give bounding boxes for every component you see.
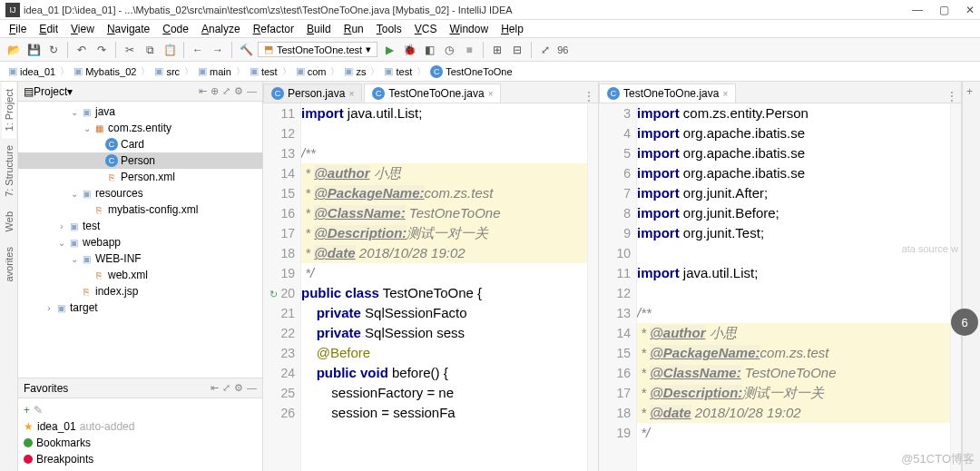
add-panel-icon[interactable]: + — [963, 82, 980, 102]
code-left[interactable]: import java.util.List; /** * @author 小思 … — [301, 103, 587, 471]
hide-icon[interactable]: — — [247, 85, 257, 97]
expand-icon[interactable]: ⤢ — [222, 85, 230, 97]
breadcrumb-item[interactable]: CTestOneToOne — [427, 65, 514, 78]
collapse-icon[interactable]: ⇤ — [199, 85, 207, 97]
hide-icon[interactable]: — — [247, 382, 257, 394]
menu-help[interactable]: Help — [495, 21, 529, 37]
tree-node[interactable]: ›▣test — [18, 218, 262, 234]
close-tab-icon[interactable]: × — [348, 89, 354, 99]
favorite-item[interactable]: Bookmarks — [24, 435, 257, 451]
editor-right: CTestOneToOne.java×⋮ 3456789101112131415… — [599, 82, 962, 471]
marker-bar-right[interactable] — [950, 103, 961, 471]
tree-node[interactable]: ⌄▦com.zs.entity — [18, 120, 262, 136]
tree-node[interactable]: ⎘index.jsp — [18, 283, 262, 299]
copy-icon[interactable]: ⧉ — [142, 42, 158, 58]
tool-tab-web[interactable]: Web — [2, 204, 16, 239]
project-panel-title: Project — [34, 85, 67, 98]
project-tree[interactable]: ⌄▣java⌄▦com.zs.entityCCardCPerson⎘Person… — [18, 102, 262, 378]
chevron-down-icon[interactable]: ▾ — [67, 85, 73, 98]
menu-file[interactable]: File — [4, 21, 32, 37]
menu-edit[interactable]: Edit — [34, 21, 64, 37]
sync-icon[interactable]: ↻ — [45, 42, 62, 58]
gear-icon[interactable]: ⚙ — [234, 85, 243, 97]
menu-analyze[interactable]: Analyze — [196, 21, 246, 37]
breadcrumb-item[interactable]: ▣idea_01 — [5, 65, 58, 77]
favorite-item[interactable]: ★idea_01auto-added — [24, 418, 257, 435]
more-icon[interactable]: ⋮ — [583, 90, 594, 103]
expand-icon[interactable]: ⤢ — [537, 42, 554, 58]
tree-node[interactable]: ⌄▣WEB-INF — [18, 250, 262, 267]
run-icon[interactable]: ▶ — [381, 42, 397, 58]
notification-badge[interactable]: 6 — [951, 309, 978, 336]
tool-tab-favorites[interactable]: avorites — [2, 240, 16, 289]
tree-node[interactable]: CPerson — [18, 152, 262, 169]
menubar: FileEditViewNavigateCodeAnalyzeRefactorB… — [0, 20, 980, 38]
breadcrumb-item[interactable]: ▣zs — [341, 65, 368, 77]
menu-build[interactable]: Build — [301, 21, 337, 37]
breadcrumb-item[interactable]: ▣test — [381, 65, 415, 77]
save-icon[interactable]: 💾 — [25, 42, 42, 58]
undo-icon[interactable]: ↶ — [74, 42, 90, 58]
tree-node[interactable]: ⎘web.xml — [18, 267, 262, 283]
tree-node[interactable]: ›▣target — [18, 299, 262, 316]
edit-icon[interactable]: ✎ — [34, 404, 43, 417]
tree-node[interactable]: ⌄▣resources — [18, 185, 262, 201]
tree-node[interactable]: ⎘mybatis-config.xml — [18, 201, 262, 218]
layout-icon[interactable]: ⊟ — [509, 42, 525, 58]
menu-view[interactable]: View — [65, 21, 100, 37]
minimize-icon[interactable]: — — [912, 4, 923, 16]
maximize-icon[interactable]: ▢ — [939, 4, 949, 16]
redo-icon[interactable]: ↷ — [93, 42, 110, 58]
coverage-icon[interactable]: ◧ — [421, 42, 437, 58]
gear-icon[interactable]: ⚙ — [234, 382, 243, 394]
profile-icon[interactable]: ◷ — [441, 42, 457, 58]
favorite-item[interactable]: Breakpoints — [24, 451, 257, 467]
editor-tab[interactable]: CPerson.java× — [263, 83, 362, 103]
menu-vcs[interactable]: VCS — [409, 21, 443, 37]
breadcrumb-item[interactable]: ▣test — [247, 65, 280, 77]
menu-navigate[interactable]: Navigate — [102, 21, 155, 37]
gutter-right[interactable]: 345678910111213141516171819 — [599, 103, 637, 471]
forward-icon[interactable]: → — [210, 42, 226, 58]
breadcrumb-item[interactable]: ▣main — [195, 65, 234, 77]
target-icon[interactable]: ⊕ — [211, 85, 219, 97]
paste-icon[interactable]: 📋 — [162, 42, 178, 58]
close-tab-icon[interactable]: × — [488, 89, 494, 99]
tool-tab-structure[interactable]: 7: Structure — [2, 138, 16, 204]
structure-icon[interactable]: ⊞ — [489, 42, 505, 58]
menu-refactor[interactable]: Refactor — [248, 21, 299, 37]
cut-icon[interactable]: ✂ — [122, 42, 138, 58]
open-icon[interactable]: 📂 — [5, 42, 22, 58]
back-icon[interactable]: ← — [190, 42, 206, 58]
collapse-icon[interactable]: ⇤ — [211, 382, 219, 394]
menu-run[interactable]: Run — [338, 21, 369, 37]
tree-node[interactable]: ⎘Person.xml — [18, 169, 262, 185]
close-tab-icon[interactable]: × — [722, 89, 728, 99]
tree-node[interactable]: CCard — [18, 136, 262, 152]
editor-left: CPerson.java×CTestOneToOne.java×⋮ 111213… — [263, 82, 599, 471]
more-icon[interactable]: ⋮ — [946, 90, 957, 103]
run-config-selector[interactable]: ⬒ TestOneToOne.test ▾ — [258, 42, 377, 57]
breadcrumb-item[interactable]: ▣Mybatis_02 — [71, 65, 139, 77]
debug-icon[interactable]: 🐞 — [401, 42, 417, 58]
right-tool-strip: + — [962, 82, 980, 471]
menu-tools[interactable]: Tools — [371, 21, 407, 37]
add-icon[interactable]: + — [24, 404, 30, 417]
breadcrumb-item[interactable]: ▣src — [152, 65, 182, 77]
tree-node[interactable]: ⌄▣java — [18, 103, 262, 120]
expand-icon[interactable]: ⤢ — [222, 382, 230, 394]
tool-tab-project[interactable]: 1: Project — [2, 82, 16, 138]
stop-icon[interactable]: ■ — [461, 42, 477, 58]
editor-tab[interactable]: CTestOneToOne.java× — [599, 83, 736, 103]
menu-window[interactable]: Window — [444, 21, 494, 37]
marker-bar-left[interactable] — [587, 103, 598, 471]
gutter-left[interactable]: 111213141516171819↻ 20212223242526 — [263, 103, 301, 471]
menu-code[interactable]: Code — [157, 21, 194, 37]
close-icon[interactable]: ✕ — [965, 4, 975, 16]
breadcrumb-item[interactable]: ▣com — [293, 65, 329, 77]
tree-node[interactable]: ⌄▣webapp — [18, 234, 262, 250]
build-icon[interactable]: 🔨 — [238, 42, 254, 58]
project-panel-icon: ▤ — [24, 85, 34, 98]
code-right[interactable]: import com.zs.entity.Personimport org.ap… — [637, 103, 950, 471]
editor-tab[interactable]: CTestOneToOne.java× — [364, 83, 501, 103]
